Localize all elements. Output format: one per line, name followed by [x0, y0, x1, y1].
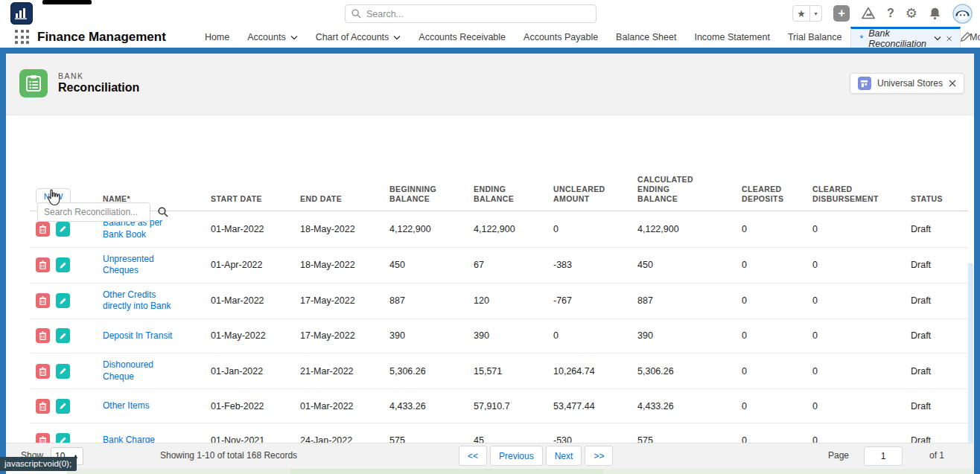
- bar-chart-icon: [15, 7, 28, 19]
- cell-cleared-deposits: 0: [736, 389, 806, 423]
- cell-cleared-deposits: 0: [736, 318, 806, 353]
- cell-beginning-balance: 5,306.26: [384, 353, 468, 388]
- record-name-link[interactable]: Other Credits directly into Bank: [103, 289, 177, 313]
- app-name: Finance Management: [37, 30, 166, 45]
- column-header: CALCULATED ENDING BALANCE: [631, 175, 736, 211]
- app-launcher-icon[interactable]: [15, 29, 30, 45]
- favorites-button[interactable]: ★ ▾: [792, 5, 822, 22]
- tab-bank-reconciliation-active[interactable]: * Bank Reconciliation: [850, 27, 961, 48]
- tab-home[interactable]: Home: [196, 27, 238, 48]
- cell-beginning-balance: 4,433.26: [384, 389, 468, 423]
- nav-tab-label: Income Statement: [694, 32, 769, 42]
- cell-uncleared-amount: -383: [547, 247, 631, 283]
- tab-accounts-receivable[interactable]: Accounts Receivable: [410, 27, 515, 48]
- cell-start-date: 01-Feb-2022: [205, 389, 294, 423]
- chevron-down-icon[interactable]: [290, 35, 298, 40]
- edit-button[interactable]: [56, 364, 70, 379]
- column-header: ENDING BALANCE: [468, 175, 547, 211]
- reconciliation-search-input[interactable]: [37, 202, 150, 222]
- cell-start-date: 01-Mar-2022: [205, 283, 294, 318]
- cell-start-date: 01-Apr-2022: [205, 247, 294, 283]
- nav-tab-label: Balance Sheet: [616, 32, 676, 42]
- cell-end-date: 17-May-2022: [294, 318, 384, 353]
- delete-button[interactable]: [36, 222, 50, 237]
- tab-accounts[interactable]: Accounts: [238, 27, 306, 48]
- tab-chart-of-accounts[interactable]: Chart of Accounts: [307, 27, 410, 48]
- column-header: CLEARED DEPOSITS: [736, 175, 806, 211]
- table-row: Dishonoured Cheque 01-Jan-2022 21-Mar-20…: [30, 353, 968, 388]
- delete-button[interactable]: [36, 328, 50, 343]
- page-header: BANK Reconciliation Universal Stores: [6, 54, 974, 115]
- user-avatar[interactable]: [952, 4, 973, 24]
- bell-icon[interactable]: [929, 7, 941, 20]
- delete-button[interactable]: [36, 364, 50, 379]
- close-tab-icon[interactable]: [946, 35, 952, 42]
- cell-ending-balance: 390: [468, 318, 547, 353]
- edit-button[interactable]: [56, 293, 70, 308]
- cell-calculated-ending-balance: 887: [631, 283, 736, 318]
- tab-income-statement[interactable]: Income Statement: [685, 27, 778, 48]
- cell-ending-balance: 15,571: [468, 353, 547, 388]
- quick-add-button[interactable]: +: [833, 5, 850, 22]
- page-title: Reconciliation: [58, 81, 139, 95]
- cell-cleared-disbursement: 0: [806, 247, 905, 283]
- trash-icon: [39, 367, 47, 376]
- entity-chip[interactable]: Universal Stores: [850, 73, 964, 94]
- delete-button[interactable]: [36, 399, 50, 414]
- pencil-icon: [59, 402, 67, 410]
- cell-ending-balance: 120: [468, 283, 547, 318]
- next-page-button[interactable]: Next: [546, 446, 582, 466]
- cell-cleared-disbursement: 0: [806, 211, 905, 247]
- reconciliation-table: NEW NAME*START DATEEND DATEBEGINNING BAL…: [30, 175, 968, 458]
- cell-calculated-ending-balance: 5,306.26: [631, 353, 736, 388]
- column-header: START DATE: [205, 175, 294, 211]
- chevron-down-icon[interactable]: [934, 36, 941, 41]
- cell-calculated-ending-balance: 450: [631, 247, 736, 283]
- cell-end-date: 17-May-2022: [294, 283, 384, 318]
- more-label: More: [970, 32, 980, 42]
- search-submit-icon[interactable]: [158, 207, 168, 217]
- tab-balance-sheet[interactable]: Balance Sheet: [607, 27, 685, 48]
- clipboard-list-icon: [25, 74, 42, 92]
- pencil-icon: [59, 332, 67, 340]
- nav-tab-label: Accounts: [247, 32, 285, 42]
- cell-start-date: 01-Mar-2022: [205, 211, 294, 247]
- cell-uncleared-amount: 0: [547, 211, 631, 247]
- guidance-icon[interactable]: [861, 7, 876, 20]
- app-logo[interactable]: [10, 2, 33, 25]
- cell-beginning-balance: 390: [384, 318, 468, 353]
- delete-button[interactable]: [36, 293, 50, 308]
- favorites-caret-icon[interactable]: ▾: [810, 5, 822, 22]
- previous-page-button[interactable]: Previous: [490, 446, 543, 466]
- help-icon[interactable]: ?: [887, 7, 894, 20]
- record-name-link[interactable]: Dishonoured Cheque: [103, 359, 177, 382]
- record-name-link[interactable]: Unpresented Cheques: [103, 254, 177, 277]
- reconciliation-object-icon: [19, 69, 48, 97]
- edit-button[interactable]: [56, 222, 70, 237]
- cell-status: Draft: [905, 211, 968, 247]
- tab-accounts-payable[interactable]: Accounts Payable: [515, 27, 607, 48]
- pagination: << Previous Next >>: [459, 446, 613, 466]
- gear-icon[interactable]: ⚙: [906, 5, 917, 22]
- edit-button[interactable]: [56, 257, 70, 272]
- pencil-icon: [59, 225, 67, 233]
- star-icon[interactable]: ★: [792, 5, 810, 22]
- cell-cleared-deposits: 0: [736, 353, 806, 388]
- record-name-link[interactable]: Other Items: [103, 400, 150, 412]
- edit-button[interactable]: [56, 399, 70, 414]
- edit-page-pencil-icon[interactable]: [960, 31, 971, 42]
- edit-button[interactable]: [56, 328, 70, 343]
- remove-entity-icon[interactable]: [949, 80, 956, 87]
- record-name-link[interactable]: Deposit In Transit: [103, 330, 172, 342]
- table-row: Other Credits directly into Bank 01-Mar-…: [30, 283, 968, 318]
- cell-beginning-balance: 450: [384, 247, 468, 283]
- last-page-button[interactable]: >>: [585, 446, 613, 466]
- first-page-button[interactable]: <<: [459, 446, 487, 466]
- pencil-icon: [59, 261, 67, 269]
- cell-status: Draft: [905, 353, 968, 388]
- chevron-down-icon[interactable]: [393, 35, 401, 40]
- global-search-input[interactable]: Search...: [345, 4, 596, 23]
- page-number-input[interactable]: [864, 446, 903, 466]
- delete-button[interactable]: [36, 257, 50, 272]
- tab-trial-balance[interactable]: Trial Balance: [779, 27, 851, 48]
